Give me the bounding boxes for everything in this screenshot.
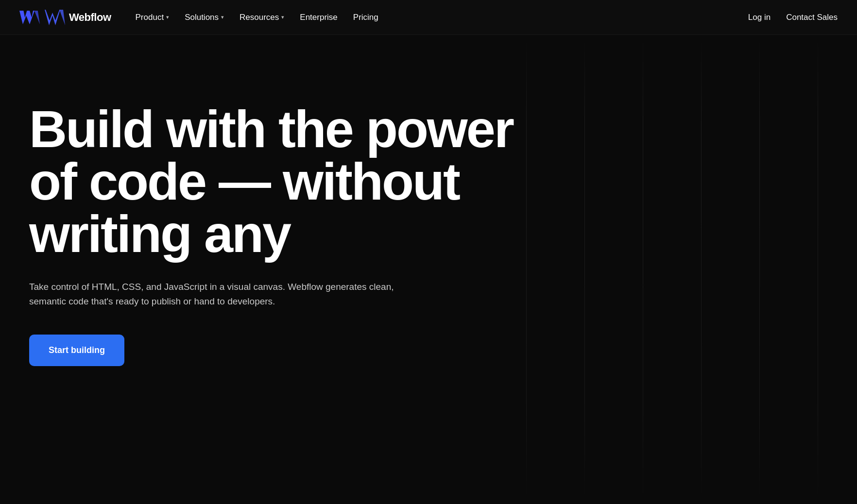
hero-section: Build with the power of code — without w… — [0, 35, 857, 504]
nav-label-resources: Resources — [240, 13, 279, 22]
webflow-w-icon — [45, 10, 65, 25]
logo-wordmark: Webflow — [69, 11, 111, 24]
main-nav: Product ▾ Solutions ▾ Resources ▾ Enterp… — [129, 9, 385, 26]
nav-label-pricing: Pricing — [353, 13, 378, 22]
logo[interactable]: Webflow — [19, 9, 111, 26]
contact-sales-link[interactable]: Contact Sales — [786, 13, 838, 22]
login-link[interactable]: Log in — [748, 13, 771, 22]
nav-item-product[interactable]: Product ▾ — [129, 9, 176, 26]
nav-label-enterprise: Enterprise — [300, 13, 337, 22]
nav-item-enterprise[interactable]: Enterprise — [293, 9, 344, 26]
chevron-down-icon: ▾ — [281, 14, 284, 20]
nav-item-solutions[interactable]: Solutions ▾ — [178, 9, 231, 26]
webflow-logo-icon — [19, 9, 40, 26]
chevron-down-icon: ▾ — [221, 14, 224, 20]
chevron-down-icon: ▾ — [166, 14, 169, 20]
navbar-right: Log in Contact Sales — [748, 13, 838, 22]
hero-subtext: Take control of HTML, CSS, and JavaScrip… — [29, 280, 398, 309]
start-building-button[interactable]: Start building — [29, 335, 124, 366]
nav-item-pricing[interactable]: Pricing — [346, 9, 385, 26]
navbar-left: Webflow Product ▾ Solutions ▾ Resources … — [19, 9, 385, 26]
nav-label-solutions: Solutions — [185, 13, 219, 22]
hero-content: Build with the power of code — without w… — [29, 103, 564, 366]
nav-item-resources[interactable]: Resources ▾ — [233, 9, 291, 26]
nav-label-product: Product — [136, 13, 164, 22]
hero-headline: Build with the power of code — without w… — [29, 103, 544, 260]
navbar: Webflow Product ▾ Solutions ▾ Resources … — [0, 0, 857, 35]
